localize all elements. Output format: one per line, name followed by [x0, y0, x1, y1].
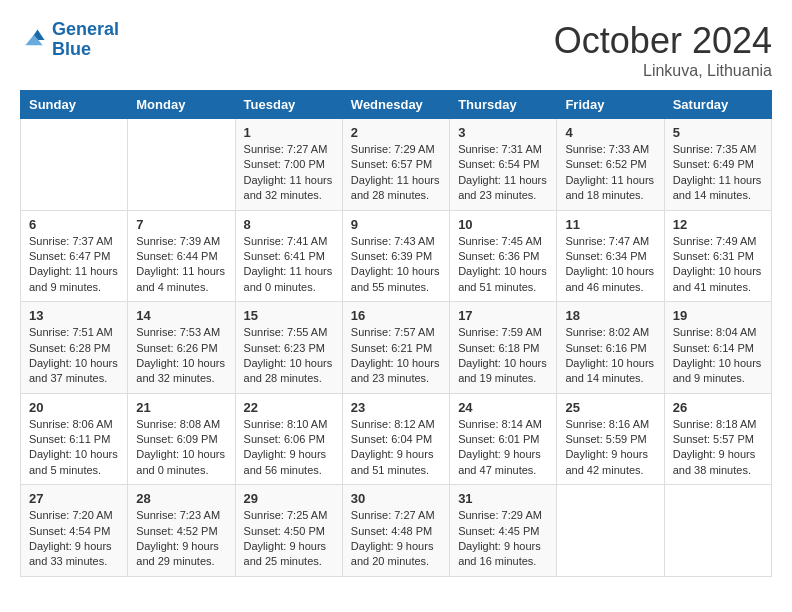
day-info: Sunrise: 7:23 AM	[136, 508, 226, 523]
calendar-header-row: SundayMondayTuesdayWednesdayThursdayFrid…	[21, 91, 772, 119]
day-info: Daylight: 9 hours and 42 minutes.	[565, 447, 655, 478]
day-number: 12	[673, 217, 763, 232]
day-number: 22	[244, 400, 334, 415]
month-title: October 2024	[554, 20, 772, 62]
day-info: Daylight: 11 hours and 28 minutes.	[351, 173, 441, 204]
calendar-cell: 29Sunrise: 7:25 AMSunset: 4:50 PMDayligh…	[235, 485, 342, 577]
day-info: Sunset: 4:52 PM	[136, 524, 226, 539]
day-info: Sunset: 6:52 PM	[565, 157, 655, 172]
day-info: Daylight: 9 hours and 20 minutes.	[351, 539, 441, 570]
day-info: Daylight: 9 hours and 29 minutes.	[136, 539, 226, 570]
day-info: Sunrise: 8:08 AM	[136, 417, 226, 432]
day-info: Sunrise: 8:04 AM	[673, 325, 763, 340]
day-info: Sunset: 6:41 PM	[244, 249, 334, 264]
day-info: Daylight: 10 hours and 37 minutes.	[29, 356, 119, 387]
day-info: Sunrise: 7:39 AM	[136, 234, 226, 249]
day-info: Sunset: 4:50 PM	[244, 524, 334, 539]
day-info: Sunrise: 8:12 AM	[351, 417, 441, 432]
day-info: Daylight: 11 hours and 18 minutes.	[565, 173, 655, 204]
day-info: Sunrise: 7:59 AM	[458, 325, 548, 340]
day-number: 11	[565, 217, 655, 232]
day-info: Daylight: 9 hours and 51 minutes.	[351, 447, 441, 478]
day-info: Daylight: 9 hours and 16 minutes.	[458, 539, 548, 570]
day-info: Sunset: 7:00 PM	[244, 157, 334, 172]
calendar-cell: 21Sunrise: 8:08 AMSunset: 6:09 PMDayligh…	[128, 393, 235, 485]
day-number: 21	[136, 400, 226, 415]
calendar-cell: 14Sunrise: 7:53 AMSunset: 6:26 PMDayligh…	[128, 302, 235, 394]
day-info: Sunrise: 8:02 AM	[565, 325, 655, 340]
day-number: 17	[458, 308, 548, 323]
week-row-5: 27Sunrise: 7:20 AMSunset: 4:54 PMDayligh…	[21, 485, 772, 577]
day-number: 28	[136, 491, 226, 506]
column-header-saturday: Saturday	[664, 91, 771, 119]
logo: General Blue	[20, 20, 119, 60]
day-info: Daylight: 9 hours and 47 minutes.	[458, 447, 548, 478]
day-number: 31	[458, 491, 548, 506]
day-info: Sunrise: 7:33 AM	[565, 142, 655, 157]
day-info: Sunset: 6:26 PM	[136, 341, 226, 356]
day-info: Daylight: 10 hours and 5 minutes.	[29, 447, 119, 478]
calendar-table: SundayMondayTuesdayWednesdayThursdayFrid…	[20, 90, 772, 577]
calendar-cell: 2Sunrise: 7:29 AMSunset: 6:57 PMDaylight…	[342, 119, 449, 211]
day-info: Sunset: 4:48 PM	[351, 524, 441, 539]
day-number: 20	[29, 400, 119, 415]
calendar-cell	[21, 119, 128, 211]
calendar-cell: 12Sunrise: 7:49 AMSunset: 6:31 PMDayligh…	[664, 210, 771, 302]
calendar-cell: 22Sunrise: 8:10 AMSunset: 6:06 PMDayligh…	[235, 393, 342, 485]
day-number: 1	[244, 125, 334, 140]
day-number: 23	[351, 400, 441, 415]
day-info: Daylight: 10 hours and 32 minutes.	[136, 356, 226, 387]
column-header-monday: Monday	[128, 91, 235, 119]
day-info: Sunset: 6:36 PM	[458, 249, 548, 264]
day-info: Sunrise: 7:29 AM	[458, 508, 548, 523]
day-info: Sunrise: 7:37 AM	[29, 234, 119, 249]
day-info: Daylight: 9 hours and 33 minutes.	[29, 539, 119, 570]
calendar-body: 1Sunrise: 7:27 AMSunset: 7:00 PMDaylight…	[21, 119, 772, 577]
day-info: Sunrise: 7:47 AM	[565, 234, 655, 249]
day-number: 26	[673, 400, 763, 415]
day-info: Daylight: 9 hours and 38 minutes.	[673, 447, 763, 478]
day-number: 19	[673, 308, 763, 323]
day-number: 8	[244, 217, 334, 232]
day-info: Sunset: 6:49 PM	[673, 157, 763, 172]
day-info: Sunset: 6:54 PM	[458, 157, 548, 172]
day-number: 10	[458, 217, 548, 232]
day-info: Sunset: 6:01 PM	[458, 432, 548, 447]
week-row-2: 6Sunrise: 7:37 AMSunset: 6:47 PMDaylight…	[21, 210, 772, 302]
day-info: Sunset: 4:45 PM	[458, 524, 548, 539]
calendar-cell: 18Sunrise: 8:02 AMSunset: 6:16 PMDayligh…	[557, 302, 664, 394]
calendar-cell	[557, 485, 664, 577]
day-info: Daylight: 11 hours and 14 minutes.	[673, 173, 763, 204]
location-subtitle: Linkuva, Lithuania	[554, 62, 772, 80]
calendar-cell: 15Sunrise: 7:55 AMSunset: 6:23 PMDayligh…	[235, 302, 342, 394]
day-info: Sunset: 6:09 PM	[136, 432, 226, 447]
logo-icon	[20, 26, 48, 54]
calendar-cell: 23Sunrise: 8:12 AMSunset: 6:04 PMDayligh…	[342, 393, 449, 485]
day-info: Sunrise: 7:51 AM	[29, 325, 119, 340]
column-header-wednesday: Wednesday	[342, 91, 449, 119]
day-info: Sunrise: 8:18 AM	[673, 417, 763, 432]
day-number: 27	[29, 491, 119, 506]
day-info: Sunset: 6:39 PM	[351, 249, 441, 264]
day-info: Sunrise: 7:20 AM	[29, 508, 119, 523]
calendar-cell: 6Sunrise: 7:37 AMSunset: 6:47 PMDaylight…	[21, 210, 128, 302]
day-info: Sunset: 6:16 PM	[565, 341, 655, 356]
day-number: 5	[673, 125, 763, 140]
day-info: Sunset: 6:23 PM	[244, 341, 334, 356]
logo-text: General Blue	[52, 20, 119, 60]
day-number: 6	[29, 217, 119, 232]
calendar-cell: 1Sunrise: 7:27 AMSunset: 7:00 PMDaylight…	[235, 119, 342, 211]
day-info: Daylight: 10 hours and 55 minutes.	[351, 264, 441, 295]
day-info: Daylight: 10 hours and 41 minutes.	[673, 264, 763, 295]
day-info: Sunrise: 7:27 AM	[244, 142, 334, 157]
day-info: Daylight: 11 hours and 4 minutes.	[136, 264, 226, 295]
day-number: 18	[565, 308, 655, 323]
day-info: Sunrise: 7:31 AM	[458, 142, 548, 157]
calendar-cell: 27Sunrise: 7:20 AMSunset: 4:54 PMDayligh…	[21, 485, 128, 577]
day-info: Sunset: 6:04 PM	[351, 432, 441, 447]
day-number: 15	[244, 308, 334, 323]
column-header-tuesday: Tuesday	[235, 91, 342, 119]
calendar-cell	[128, 119, 235, 211]
calendar-cell: 10Sunrise: 7:45 AMSunset: 6:36 PMDayligh…	[450, 210, 557, 302]
day-info: Sunset: 6:47 PM	[29, 249, 119, 264]
